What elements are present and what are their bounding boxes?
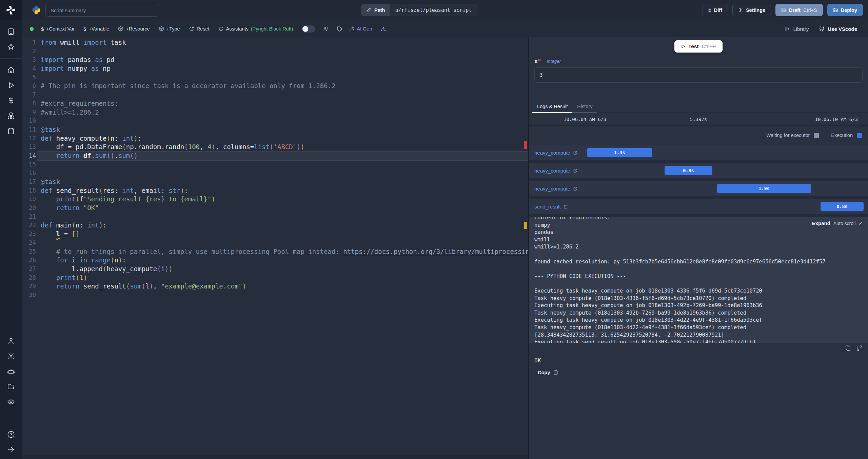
assistant-toggle[interactable] bbox=[302, 25, 315, 33]
code-line[interactable]: 28 print(l) bbox=[22, 274, 528, 282]
execution-bar[interactable]: 0.9s bbox=[665, 166, 712, 175]
variables-icon[interactable] bbox=[0, 96, 22, 104]
tab-history[interactable]: History bbox=[572, 100, 597, 113]
line-number: 4 bbox=[22, 64, 37, 73]
code-line[interactable]: 29 return send_result(sum(l), "example@e… bbox=[22, 282, 528, 291]
code-line[interactable]: 16 bbox=[22, 169, 528, 178]
sparkles-icon[interactable] bbox=[379, 24, 388, 33]
code-line[interactable]: 23 l = [] bbox=[22, 230, 528, 239]
code-line[interactable]: 9#wmill>=1.286.2 bbox=[22, 108, 528, 117]
add-type-button[interactable]: +Type bbox=[159, 26, 180, 32]
package-icon bbox=[159, 26, 164, 32]
collapse-sidebar-icon[interactable] bbox=[0, 445, 22, 454]
code-line[interactable]: 17@task bbox=[22, 178, 528, 186]
code-line[interactable]: 18def send_result(res: int, email: str): bbox=[22, 186, 528, 195]
line-number: 23 bbox=[22, 230, 37, 239]
tab-logs-result[interactable]: Logs & Result bbox=[532, 100, 572, 113]
code-line[interactable]: 25 # to run things in parallel, simply u… bbox=[22, 247, 528, 256]
code-line[interactable]: 19 print(f"Sending result {res} to {emai… bbox=[22, 195, 528, 204]
workers-icon[interactable] bbox=[0, 367, 22, 375]
use-vscode-button[interactable]: Use VScode bbox=[819, 26, 857, 32]
task-link-heavy_compute[interactable]: heavy_compute bbox=[534, 168, 577, 174]
add-resource-button[interactable]: +Resource bbox=[118, 26, 150, 32]
settings-icon[interactable] bbox=[0, 352, 22, 360]
diff-button[interactable]: ± Diff bbox=[703, 4, 728, 16]
task-link-heavy_compute[interactable]: heavy_compute bbox=[534, 186, 577, 192]
users-icon[interactable] bbox=[0, 337, 22, 345]
tag-icon[interactable] bbox=[335, 24, 344, 33]
logs-output[interactable]: content of requirements: numpy pandas wm… bbox=[529, 217, 868, 343]
expand-logs-icon[interactable] bbox=[856, 345, 863, 351]
workspace-icon[interactable] bbox=[0, 27, 22, 36]
autoscroll-label[interactable]: Auto scroll bbox=[833, 221, 855, 226]
windmill-logo[interactable] bbox=[0, 0, 22, 20]
code-line[interactable]: 21 bbox=[22, 213, 528, 221]
overview-ruler[interactable] bbox=[524, 37, 528, 459]
execution-bar[interactable]: 1.9s bbox=[717, 184, 811, 193]
autoscroll-checkmark[interactable]: ✓ bbox=[859, 221, 863, 226]
collaborators-icon[interactable] bbox=[321, 24, 330, 33]
script-summary-input[interactable] bbox=[45, 4, 159, 17]
code-line[interactable]: 27 l.append(heavy_compute(i)) bbox=[22, 265, 528, 274]
home-icon[interactable] bbox=[0, 66, 22, 74]
assistants-button[interactable]: Assistants (Pyright Black Ruff) bbox=[218, 26, 293, 32]
script-path-button[interactable]: Path u/rfiszel/pleasant_script bbox=[361, 4, 477, 16]
deploy-button[interactable]: Deploy bbox=[827, 4, 863, 16]
ai-gen-button[interactable]: AI Gen bbox=[349, 26, 372, 32]
code-line[interactable]: 14 return df.sum().sum() bbox=[22, 152, 528, 160]
code-line[interactable]: 26 for i in range(n): bbox=[22, 256, 528, 265]
resources-icon[interactable] bbox=[0, 112, 22, 120]
code-line[interactable]: 7 bbox=[22, 91, 528, 99]
help-icon[interactable] bbox=[0, 430, 22, 438]
logs-toolbar bbox=[529, 343, 868, 353]
path-label: Path bbox=[374, 7, 385, 13]
code-line[interactable]: 15 bbox=[22, 160, 528, 169]
line-number: 17 bbox=[22, 178, 37, 186]
test-button[interactable]: Test Ctrl+↵ bbox=[674, 40, 723, 53]
audit-logs-icon[interactable] bbox=[0, 398, 22, 406]
runs-icon[interactable] bbox=[0, 81, 22, 89]
legend-waiting-swatch bbox=[814, 133, 819, 138]
arg-n-input[interactable] bbox=[534, 67, 863, 83]
copy-result-button[interactable]: Copy bbox=[538, 370, 558, 375]
draft-button[interactable]: Draft Ctrl+S bbox=[775, 4, 823, 16]
favorites-icon[interactable] bbox=[0, 43, 22, 51]
line-number: 11 bbox=[22, 125, 37, 134]
code-line[interactable]: 8#extra_requirements: bbox=[22, 99, 528, 108]
code-line[interactable]: 10 bbox=[22, 117, 528, 125]
code-line[interactable]: 6# The pin is important since task is a … bbox=[22, 82, 528, 91]
code-line[interactable]: 2 bbox=[22, 47, 528, 56]
add-context-var-button[interactable]: $ +Context Var bbox=[41, 26, 75, 32]
line-number: 28 bbox=[22, 274, 37, 282]
settings-button[interactable]: Settings bbox=[732, 4, 771, 16]
line-number: 5 bbox=[22, 73, 37, 82]
library-button[interactable]: Library bbox=[784, 26, 809, 32]
reset-button[interactable]: Reset bbox=[189, 26, 210, 32]
code-line[interactable]: 24 bbox=[22, 239, 528, 247]
line-number: 15 bbox=[22, 160, 37, 169]
add-variable-button[interactable]: $ +Variable bbox=[83, 26, 109, 32]
logs-expand-button[interactable]: Expand bbox=[812, 220, 830, 226]
legend-execution-swatch bbox=[857, 133, 862, 138]
code-line[interactable]: 20 return "OK" bbox=[22, 204, 528, 213]
code-line[interactable]: 3import pandas as pd bbox=[22, 56, 528, 64]
code-editor[interactable]: 1from wmill import task23import pandas a… bbox=[22, 37, 529, 459]
execution-bar[interactable]: 1.3s bbox=[587, 148, 652, 157]
code-line[interactable]: 4import numpy as np bbox=[22, 64, 528, 73]
copy-logs-icon[interactable] bbox=[845, 345, 851, 351]
execution-bar[interactable]: 0.8s bbox=[821, 202, 864, 211]
warning-marker bbox=[524, 222, 527, 229]
task-link-heavy_compute[interactable]: heavy_compute bbox=[534, 150, 577, 156]
code-line[interactable]: 22def main(n: int): bbox=[22, 221, 528, 230]
schedules-icon[interactable] bbox=[0, 127, 22, 135]
code-line[interactable]: 11@task bbox=[22, 125, 528, 134]
folders-icon[interactable] bbox=[0, 382, 22, 391]
code-line[interactable]: 12def heavy_compute(n: int): bbox=[22, 134, 528, 143]
code-line[interactable]: 5 bbox=[22, 73, 528, 82]
task-link-send_result[interactable]: send_result bbox=[534, 204, 568, 209]
code-line[interactable]: 13 df = pd.DataFrame(np.random.randn(100… bbox=[22, 143, 528, 152]
editor-bottom-bar bbox=[22, 455, 528, 459]
arg-label: n* integer bbox=[534, 58, 863, 64]
code-line[interactable]: 30 bbox=[22, 291, 528, 300]
code-line[interactable]: 1from wmill import task bbox=[22, 38, 528, 47]
